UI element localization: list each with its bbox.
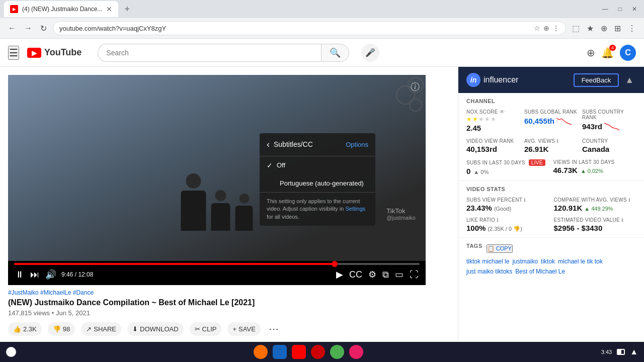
autoplay-button[interactable]: ▶: [335, 268, 344, 281]
subs-view-info-icon[interactable]: ℹ: [524, 197, 526, 203]
extension-icon[interactable]: ⊕: [543, 24, 549, 32]
taskbar-record-icon[interactable]: [311, 345, 325, 359]
notifications-button[interactable]: 🔔 4: [601, 47, 614, 59]
estimated-value-info-icon[interactable]: ℹ: [621, 217, 623, 223]
views-30-value: 46.73K: [553, 166, 578, 174]
more-options-button[interactable]: ⋯: [267, 321, 281, 337]
create-button[interactable]: ⊕: [587, 47, 595, 59]
subtitles-portuguese-label: Portuguese (auto-generated): [280, 179, 364, 187]
taskbar-chrome-icon[interactable]: [254, 345, 268, 359]
miniplayer-button[interactable]: ⧉: [381, 268, 390, 281]
search-button[interactable]: 🔍: [321, 44, 349, 62]
extensions-button[interactable]: ⬚: [570, 22, 582, 35]
new-tab-button[interactable]: +: [120, 4, 134, 15]
tab-title: (4) (NEW) Justmaiko Dance...: [22, 6, 102, 13]
theater-button[interactable]: ▭: [394, 268, 405, 281]
forward-button[interactable]: →: [22, 22, 34, 35]
people-figures: [181, 173, 253, 231]
maximize-button[interactable]: □: [615, 5, 625, 14]
subtitles-settings-link[interactable]: Settings: [346, 206, 366, 212]
video-tags[interactable]: #JustMaiko #MichaelLe #Dance: [8, 289, 426, 296]
share-button[interactable]: ↗ SHARE: [81, 322, 121, 336]
feedback-button[interactable]: FeedBack: [574, 73, 619, 87]
last30-stats: SUBS IN LAST 30 DAYS Live 0 ▲ 0% VIEWS I…: [466, 159, 636, 175]
subs-global-rank-value[interactable]: 60,455th: [524, 117, 554, 125]
taskbar-youtube-icon[interactable]: [292, 345, 306, 359]
active-tab[interactable]: ▶ (4) (NEW) Justmaiko Dance... ✕: [4, 1, 118, 17]
save-button[interactable]: + SAVE: [227, 322, 260, 336]
dislike-button[interactable]: 👎 98: [48, 322, 75, 336]
minimize-button[interactable]: —: [599, 5, 611, 14]
subs-country-trend-chart: [604, 121, 619, 131]
checkmark-icon: ✓: [267, 161, 273, 169]
subtitles-back-button[interactable]: ‹: [267, 139, 270, 150]
tag-item-2[interactable]: tiktok: [541, 258, 555, 265]
tag-item-3[interactable]: michael le tik tok: [558, 258, 603, 265]
bookmark-star-icon[interactable]: ☆: [534, 24, 540, 32]
subtitles-options-button[interactable]: Options: [346, 141, 368, 148]
back-button[interactable]: ←: [6, 22, 18, 35]
close-window-button[interactable]: ✕: [629, 5, 640, 14]
fullscreen-button[interactable]: ⛶: [409, 268, 420, 281]
tag-item-4[interactable]: just maiko tiktoks: [466, 268, 512, 275]
grid-button[interactable]: ⊞: [612, 22, 623, 35]
youtube-logo-icon: ▶: [27, 48, 41, 58]
voice-search-button[interactable]: 🎤: [361, 44, 379, 62]
captions-button[interactable]: CC: [348, 268, 363, 281]
bookmark-button[interactable]: ★: [585, 22, 596, 35]
compare-avg-info-icon[interactable]: ℹ: [628, 197, 630, 203]
hamburger-menu-button[interactable]: ☰: [8, 46, 19, 60]
more-url-icon[interactable]: ⋮: [552, 24, 559, 32]
avg-views-value: 26.91K: [524, 145, 578, 153]
subtitles-portuguese-item[interactable]: Portuguese (auto-generated): [260, 174, 375, 192]
tags-header: TAGS 📋 COPY: [466, 243, 636, 254]
video-info-icon[interactable]: ⓘ: [411, 81, 420, 93]
tag-item-5[interactable]: Best of Michael Le: [515, 268, 565, 275]
clip-button[interactable]: ✂ CLIP: [190, 322, 222, 336]
like-button[interactable]: 👍 2.3K: [8, 322, 42, 336]
video-frame[interactable]: ⓘ TikTok @justmaiko ‹ Subtitles/CC Optio…: [8, 75, 426, 261]
taskbar-play-icon[interactable]: [330, 345, 344, 359]
volume-button[interactable]: 🔊: [44, 268, 57, 281]
subs-country-rank-row: 943rd: [582, 121, 636, 131]
settings-button[interactable]: ⚙: [367, 268, 377, 281]
tag-item-1[interactable]: justmaiko: [512, 258, 538, 265]
download-button[interactable]: ⬇ DOWNLOAD: [127, 322, 184, 336]
influencer-header: ín influencer FeedBack ▲: [458, 67, 644, 93]
nox-score-info-icon[interactable]: 👁: [500, 109, 505, 115]
collapse-button[interactable]: ▲: [623, 75, 636, 85]
like-ratio-info-icon[interactable]: ℹ: [497, 217, 499, 223]
avg-views-info-icon[interactable]: ℹ: [556, 138, 558, 144]
subs-global-rank-label: SUBS GLOBAL RANK: [524, 109, 578, 115]
avg-views-stat: AVG. VIEWS ℹ 26.91K: [524, 138, 578, 153]
taskbar-files-icon[interactable]: [273, 345, 287, 359]
profile-button[interactable]: ⊕: [599, 22, 609, 35]
taskbar-start[interactable]: [6, 347, 16, 357]
youtube-logo[interactable]: ▶ YouTube: [27, 47, 82, 58]
tag-item-0[interactable]: tiktok michael le: [466, 258, 509, 265]
avg-views-label: AVG. VIEWS ℹ: [524, 138, 578, 144]
video-progress-bar[interactable]: [14, 263, 420, 265]
refresh-button[interactable]: ↻: [38, 22, 49, 35]
taskbar-camera-icon[interactable]: [349, 345, 363, 359]
controls-row: ⏸ ⏭ 🔊 9:46 / 12:08 ▶ CC ⚙ ⧉ ▭ ⛶: [14, 268, 420, 281]
nox-score-value: 2.45: [466, 124, 520, 132]
url-bar[interactable]: youtube.com/watch?v=uaqjCxY8zgY ☆ ⊕ ⋮: [53, 21, 566, 35]
search-input[interactable]: [98, 44, 321, 62]
channel-stats-row2: VIDEO VIEW RANK 40,153rd AVG. VIEWS ℹ 26…: [466, 138, 636, 153]
copy-label: COPY: [496, 245, 512, 251]
play-pause-button[interactable]: ⏸: [14, 268, 25, 281]
copy-icon: 📋: [488, 245, 495, 252]
subtitles-header: ‹ Subtitles/CC Options: [260, 133, 375, 156]
like-ratio-label: LIKE RATIO ℹ: [466, 217, 549, 223]
browser-menu-button[interactable]: ⋮: [626, 22, 638, 35]
subtitles-off-item[interactable]: ✓ Off: [260, 156, 375, 174]
copy-tags-button[interactable]: 📋 COPY: [487, 244, 513, 253]
tags-list: tiktok michael le justmaiko tiktok micha…: [466, 258, 636, 275]
tab-close-button[interactable]: ✕: [106, 5, 112, 13]
compare-avg-views-sub: ▲ 449.29%: [584, 206, 613, 212]
subtitles-popup: ‹ Subtitles/CC Options ✓ Off Portuguese …: [260, 133, 375, 226]
user-avatar[interactable]: C: [620, 45, 636, 61]
clip-icon: ✂: [195, 325, 200, 333]
next-button[interactable]: ⏭: [29, 268, 40, 281]
